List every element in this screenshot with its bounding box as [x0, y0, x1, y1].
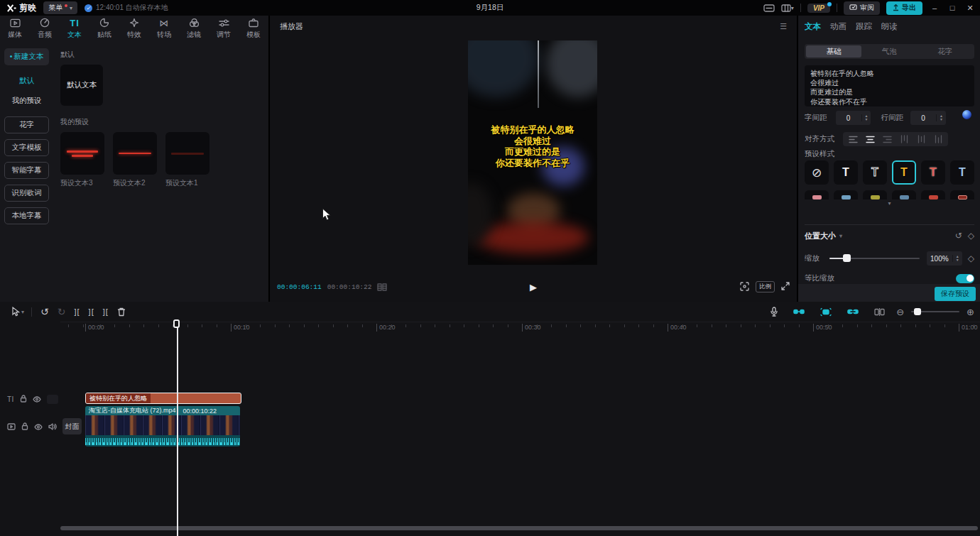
player-menu-icon[interactable]: ☰ — [780, 22, 787, 31]
maximize-button[interactable]: □ — [947, 4, 958, 12]
text-content-input[interactable]: 被特别在乎的人忽略 会很难过 而更难过的是 你还要装作不在乎 — [805, 65, 974, 106]
main-track-magnet-icon[interactable] — [789, 307, 809, 316]
zoom-in-icon[interactable]: ⊕ — [967, 307, 974, 317]
delete-button[interactable] — [113, 307, 130, 317]
tab-sticker[interactable]: 贴纸 — [89, 16, 119, 41]
select-tool-chevron[interactable]: ▾ — [21, 309, 24, 315]
preset-text-card[interactable]: 预设文本2 — [113, 132, 157, 188]
undo-button[interactable]: ↺ — [36, 306, 53, 317]
sidebar-item-smart-subtitle[interactable]: 智能字幕 — [4, 162, 49, 179]
tab-text[interactable]: TI文本 — [60, 16, 89, 41]
expand-presets-chevron[interactable]: ▾ — [888, 200, 891, 207]
sidebar-item-default[interactable]: 默认 — [0, 71, 53, 91]
style-none-swatch[interactable]: ⊘ — [805, 160, 829, 185]
preset-text-card[interactable]: 预设文本3 — [60, 132, 104, 188]
uniform-scale-toggle[interactable] — [956, 274, 974, 283]
aspect-ratio-button[interactable]: 比例 — [756, 281, 775, 292]
align-left-icon[interactable] — [844, 133, 861, 145]
tab-animation[interactable]: 动画 — [830, 21, 846, 32]
layout-icon[interactable]: ▾ — [781, 4, 794, 12]
full-clip-focus-icon[interactable] — [740, 282, 749, 292]
save-preset-button[interactable]: 保存预设 — [935, 287, 976, 301]
segment-bubble[interactable]: 气泡 — [861, 45, 917, 58]
tab-audio[interactable]: 音频 — [30, 16, 60, 41]
play-button[interactable]: ▶ — [530, 282, 537, 292]
tab-media[interactable]: 媒体 — [0, 16, 30, 41]
align-center-icon[interactable] — [861, 133, 878, 145]
keyframe-diamond-icon[interactable]: ◇ — [968, 231, 974, 241]
sidebar-item-fancy-text[interactable]: 花字 — [4, 116, 49, 133]
subtitle-overlay[interactable]: 被特别在乎的人忽略 会很难过 而更难过的是 你还要装作不在乎 — [468, 124, 597, 168]
keyframe-diamond-icon[interactable]: ◇ — [968, 253, 974, 263]
record-voiceover-icon[interactable] — [766, 307, 782, 317]
scale-slider[interactable] — [829, 258, 920, 259]
align-bottom-vertical-icon[interactable] — [930, 133, 947, 145]
tab-transition[interactable]: ⋈转场 — [149, 16, 179, 41]
linkage-icon[interactable] — [843, 308, 863, 315]
fullscreen-icon[interactable] — [781, 282, 790, 292]
tab-filter[interactable]: 滤镜 — [179, 16, 209, 41]
decrease-icon[interactable]: ▼ — [940, 118, 943, 121]
export-button[interactable]: 导出 — [886, 1, 922, 15]
letter-spacing-stepper[interactable]: 0 ▲▼ — [836, 111, 871, 125]
lock-icon[interactable] — [20, 393, 27, 405]
split-button[interactable]: ][ — [70, 307, 84, 316]
cover-button[interactable]: 封面 — [62, 418, 82, 434]
sidebar-item-new-text[interactable]: •新建文本 — [4, 48, 49, 65]
sidebar-item-local-subtitle[interactable]: 本地字幕 — [4, 207, 49, 224]
sidebar-item-my-presets[interactable]: 我的预设 — [0, 91, 53, 111]
menu-button[interactable]: 菜单 ▾ — [43, 1, 77, 14]
playhead-handle[interactable] — [173, 319, 180, 328]
playhead-line[interactable] — [177, 319, 178, 536]
style-swatch-partial[interactable] — [834, 190, 858, 199]
sidebar-item-text-template[interactable]: 文字模板 — [4, 139, 49, 156]
default-text-card[interactable]: 默认文本 — [60, 65, 103, 106]
align-right-icon[interactable] — [878, 133, 895, 145]
tab-adjust[interactable]: 调节 — [209, 16, 239, 41]
preview-axis-icon[interactable] — [870, 308, 889, 316]
style-swatch-partial[interactable] — [950, 190, 974, 199]
align-top-vertical-icon[interactable] — [895, 133, 913, 145]
line-spacing-stepper[interactable]: 0 ▲▼ — [910, 111, 946, 125]
style-red-swatch[interactable]: T — [921, 160, 945, 185]
decrease-icon[interactable]: ▼ — [865, 118, 869, 121]
vip-badge[interactable]: VIP — [807, 4, 830, 13]
delete-right-button[interactable]: ][ — [99, 307, 113, 316]
reset-icon[interactable]: ↺ — [955, 231, 962, 241]
timeline-ruler[interactable]: 00:00 00:10 00:20 00:30 00:40 00:50 01:0… — [60, 322, 980, 332]
tab-read-aloud[interactable]: 朗读 — [881, 21, 898, 32]
segment-fancy[interactable]: 花字 — [918, 45, 973, 58]
scale-value-stepper[interactable]: 100% ▲▼ — [927, 251, 962, 266]
tab-effects[interactable]: 特效 — [119, 16, 149, 41]
close-button[interactable]: ✕ — [964, 4, 976, 13]
zoom-out-icon[interactable]: ⊖ — [896, 307, 904, 317]
review-button[interactable]: 审阅 — [844, 1, 880, 15]
collapse-section-chevron[interactable]: ▾ — [839, 233, 842, 239]
style-swatch-partial[interactable] — [863, 190, 887, 199]
redo-button[interactable]: ↻ — [53, 306, 70, 317]
eye-icon[interactable] — [34, 420, 43, 433]
style-swatch-partial[interactable] — [921, 190, 945, 199]
sidebar-item-lyrics-recognition[interactable]: 识别歌词 — [4, 185, 49, 202]
style-swatch-partial[interactable] — [892, 190, 916, 199]
tab-template[interactable]: 模板 — [239, 16, 268, 41]
timeline-zoom-slider[interactable] — [911, 311, 959, 312]
scale-slider-handle[interactable] — [843, 254, 851, 262]
align-middle-vertical-icon[interactable] — [913, 133, 930, 145]
timeline-zoom-handle[interactable] — [914, 308, 921, 315]
horizontal-scrollbar[interactable] — [60, 526, 978, 530]
decrease-icon[interactable]: ▼ — [956, 258, 959, 262]
style-outline-swatch[interactable]: T — [863, 160, 887, 185]
style-swatch-partial[interactable] — [805, 190, 829, 199]
frame-view-icon[interactable] — [377, 283, 387, 291]
speaker-icon[interactable] — [48, 420, 57, 433]
video-preview[interactable]: 被特别在乎的人忽略 会很难过 而更难过的是 你还要装作不在乎 — [468, 40, 597, 265]
eye-icon[interactable] — [33, 393, 41, 405]
segment-basic[interactable]: 基础 — [806, 45, 861, 58]
tab-tracking[interactable]: 跟踪 — [856, 21, 872, 32]
shortcut-keys-icon[interactable] — [763, 4, 775, 12]
video-clip[interactable]: 淘宝店-自媒体充电站 (72).mp4 00:00:10:22 — [85, 406, 240, 447]
style-blue-swatch[interactable]: T — [950, 160, 974, 185]
style-white-swatch[interactable]: T — [834, 160, 858, 185]
auto-snap-icon[interactable] — [816, 307, 836, 317]
